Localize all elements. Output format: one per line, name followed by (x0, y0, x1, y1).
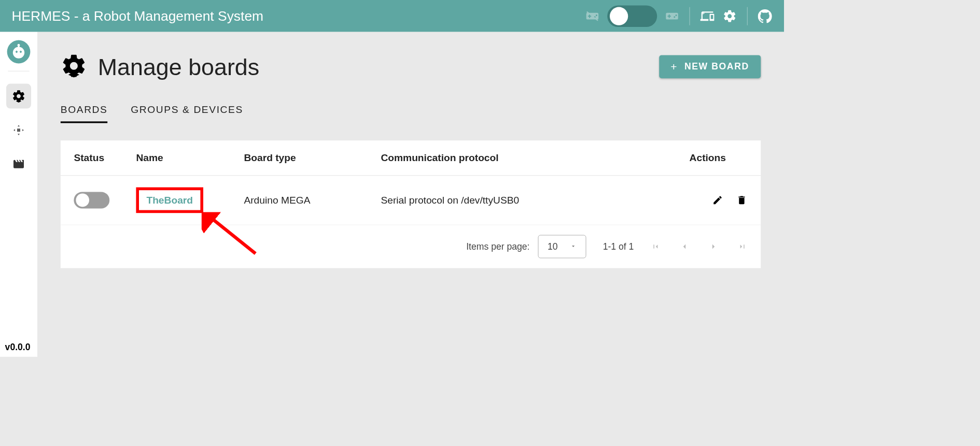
app-logo[interactable] (7, 40, 31, 64)
items-per-page-label: Items per page: (466, 241, 529, 252)
svg-point-4 (18, 44, 20, 47)
new-board-label: NEW BOARD (684, 61, 749, 72)
items-per-page-select[interactable]: 10 (538, 235, 586, 258)
table-row: TheBoard Arduino MEGA Serial protocol on… (61, 176, 761, 225)
tabs: BOARDS GROUPS & DEVICES (61, 104, 761, 123)
last-page-icon[interactable] (737, 242, 747, 251)
next-page-icon[interactable] (708, 242, 718, 251)
header-status: Status (74, 152, 136, 164)
tab-groups-devices[interactable]: GROUPS & DEVICES (131, 104, 243, 123)
tab-boards[interactable]: BOARDS (61, 104, 108, 123)
gamepad-icon[interactable] (665, 8, 680, 23)
cell-protocol: Serial protocol on /dev/ttyUSB0 (381, 194, 689, 206)
edit-icon[interactable] (712, 194, 723, 206)
annotation-highlight: TheBoard (136, 188, 203, 213)
new-board-button[interactable]: + NEW BOARD (659, 55, 761, 78)
delete-icon[interactable] (736, 194, 747, 206)
toggle-knob (610, 7, 628, 25)
chevron-down-icon (570, 241, 577, 252)
cell-name: TheBoard (136, 188, 244, 213)
page-header-left: Manage boards (61, 53, 259, 81)
sidebar-item-move[interactable] (6, 118, 31, 142)
divider (690, 7, 690, 25)
pagination-range: 1-1 of 1 (603, 241, 634, 252)
header-name: Name (136, 152, 244, 164)
sidebar-item-boards[interactable] (6, 84, 31, 109)
page-title: Manage boards (98, 53, 259, 80)
sidebar: v0.0.0 (0, 32, 37, 357)
status-toggle[interactable] (74, 192, 109, 208)
first-page-icon[interactable] (650, 242, 660, 251)
gear-icon[interactable] (722, 8, 737, 23)
board-name-link[interactable]: TheBoard (146, 194, 193, 206)
main-content: Manage boards + NEW BOARD BOARDS GROUPS … (37, 32, 784, 357)
sidebar-item-media[interactable] (6, 152, 31, 177)
page-nav (650, 242, 747, 251)
header-actions: Actions (690, 152, 748, 164)
cell-actions (690, 194, 748, 206)
items-per-page-value: 10 (548, 241, 558, 252)
boards-table: Status Name Board type Communication pro… (61, 140, 761, 268)
mode-toggle[interactable] (607, 5, 657, 27)
divider (747, 7, 748, 25)
app-title: HERMES - a Robot Management System (11, 8, 585, 24)
gamepad-off-icon (585, 8, 600, 23)
sidebar-separator (8, 71, 30, 71)
header-board-type: Board type (244, 152, 381, 164)
prev-page-icon[interactable] (679, 242, 689, 251)
page-header: Manage boards + NEW BOARD (61, 53, 761, 81)
table-footer: Items per page: 10 1-1 of 1 (61, 225, 761, 268)
devices-icon[interactable]: + (700, 8, 715, 23)
table-header: Status Name Board type Communication pro… (61, 140, 761, 176)
version-label: v0.0.0 (5, 342, 31, 353)
manage-boards-icon (61, 53, 87, 81)
svg-text:+: + (702, 10, 705, 16)
cell-board-type: Arduino MEGA (244, 194, 381, 206)
cell-status (74, 192, 136, 208)
appbar-actions: + (585, 5, 773, 27)
header-protocol: Communication protocol (381, 152, 689, 164)
app-bar: HERMES - a Robot Management System + (0, 0, 784, 32)
github-icon[interactable] (758, 8, 773, 23)
svg-point-2 (13, 47, 24, 58)
items-per-page: Items per page: 10 (466, 235, 586, 258)
plus-icon: + (670, 60, 678, 73)
